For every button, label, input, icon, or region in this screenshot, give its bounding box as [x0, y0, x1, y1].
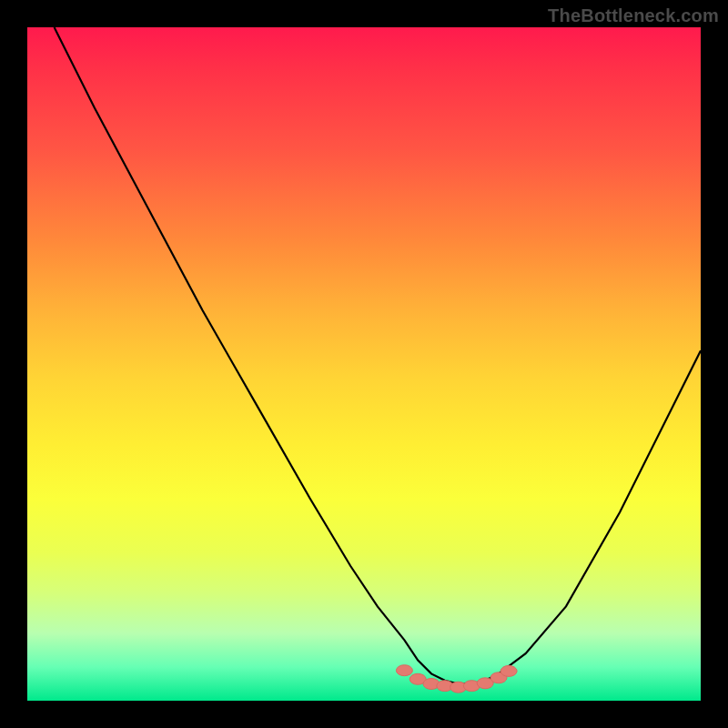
valley-marker [463, 681, 480, 692]
valley-marker [396, 665, 412, 676]
valley-marker [437, 681, 453, 692]
valley-marker [477, 678, 493, 689]
valley-marker [410, 673, 426, 684]
valley-marker [500, 665, 517, 676]
black-frame: TheBottleneck.com [0, 0, 728, 728]
curve-svg [27, 27, 701, 701]
watermark-text: TheBottleneck.com [548, 5, 719, 26]
plot-area [27, 27, 701, 701]
valley-markers [396, 665, 517, 693]
valley-marker [423, 679, 440, 690]
bottleneck-curve [55, 27, 701, 684]
valley-marker [450, 682, 467, 693]
valley-marker [490, 672, 507, 683]
